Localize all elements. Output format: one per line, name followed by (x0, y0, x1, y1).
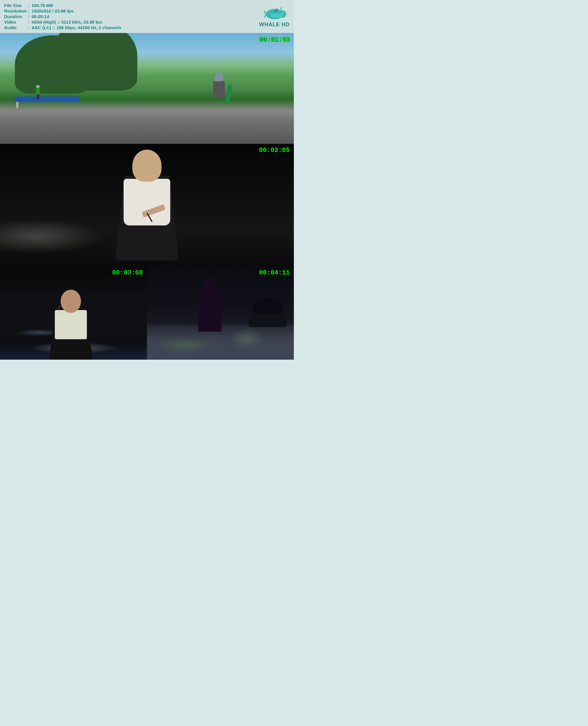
frame2-timestamp: 00:02:05 (259, 147, 290, 154)
duration-value: 00:05:14 (32, 14, 122, 19)
frame-2: 00:02:05 (0, 144, 294, 266)
scene4-car-top (253, 298, 282, 313)
scene4-figure (198, 291, 222, 331)
scene1-skater (209, 73, 229, 108)
scene3-background (0, 266, 147, 360)
info-panel: File Size : 194.78 MB Resolution : 1920x… (0, 0, 294, 33)
video-colon: : (28, 20, 32, 24)
video-value: H264 (High) :: 5113 kb/s, 23.98 fps (32, 20, 122, 24)
svg-point-4 (270, 13, 284, 18)
file-size-label: File Size (4, 3, 28, 8)
frame3-timestamp: 00:03:08 (112, 269, 143, 277)
duration-colon: : (28, 14, 32, 19)
scene3-necklace (59, 306, 65, 315)
metadata-table: File Size : 194.78 MB Resolution : 1920x… (4, 3, 121, 30)
audio-value: AAC (LC) :: 196 kbps, 44100 Hz, 2 channe… (32, 25, 122, 30)
frame4-timestamp: 00:04:11 (259, 269, 290, 277)
frames-container: 00:01:02 00:02:05 (0, 33, 294, 360)
audio-label: Audio (4, 25, 28, 30)
resolution-value: 1920x816 / 23.98 fps (32, 8, 122, 14)
frame-3: 00:03:08 (0, 266, 147, 360)
scene3-shirt-element (55, 310, 87, 339)
scene2-background (0, 144, 294, 266)
whale-icon (263, 5, 286, 23)
scene4-reflection1 (229, 327, 265, 350)
frame-4: 00:04:11 (147, 266, 294, 360)
file-size-value: 194.78 MB (32, 3, 122, 8)
scene2-person (97, 149, 196, 266)
scene1-background (0, 33, 294, 144)
scene1-bench (15, 97, 79, 102)
scene4-background (147, 266, 294, 360)
file-size-colon: : (28, 3, 32, 8)
duration-label: Duration (4, 14, 28, 19)
scene1-person2 (35, 85, 41, 99)
whale-logo: WHALE HD (259, 5, 290, 28)
scene2-smoke (0, 219, 103, 254)
video-label: Video (4, 20, 28, 24)
frame1-timestamp: 00:01:02 (259, 36, 290, 43)
whale-text: WHALE HD (259, 22, 290, 28)
resolution-label: Resolution (4, 8, 28, 14)
frame-bottom-row: 00:03:08 00:04:11 (0, 266, 294, 360)
svg-point-3 (283, 13, 284, 14)
frame-1: 00:01:02 (0, 33, 294, 144)
scene2-shirt (124, 179, 170, 225)
scene2-head (132, 149, 162, 182)
audio-colon: : (28, 25, 32, 30)
resolution-colon: : (28, 8, 32, 14)
scene3-person (45, 290, 97, 360)
